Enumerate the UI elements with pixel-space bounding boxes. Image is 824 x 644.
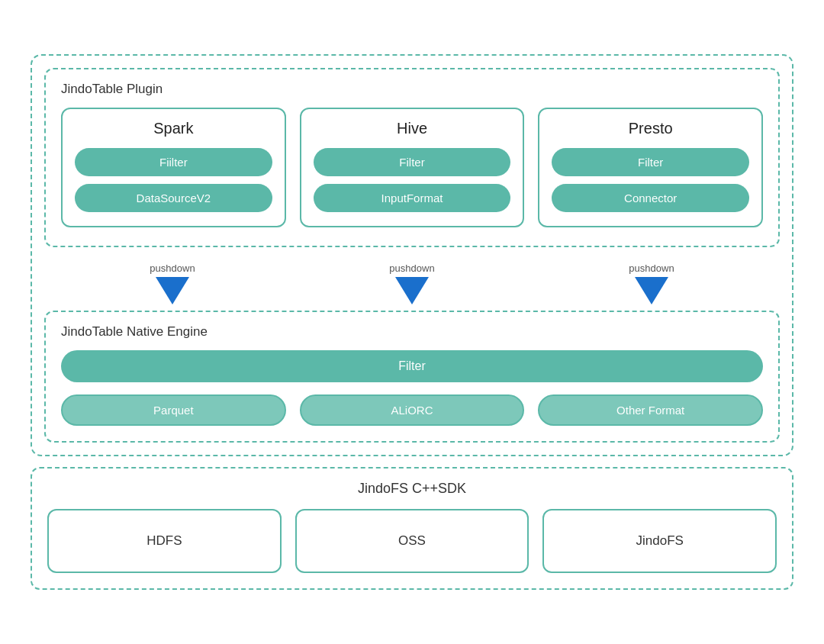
native-label: JindoTable Native Engine bbox=[61, 324, 763, 340]
spark-datasource-btn: DataSourceV2 bbox=[75, 184, 272, 212]
arrows-row: pushdown pushdown pushdown bbox=[44, 258, 780, 311]
plugin-label: JindoTable Plugin bbox=[61, 82, 763, 97]
presto-connector-btn: Connector bbox=[552, 184, 749, 212]
sdk-row: HDFS OSS JindoFS bbox=[47, 509, 777, 573]
pushdown-label-2: pushdown bbox=[389, 262, 434, 274]
other-format-btn: Other Format bbox=[538, 394, 763, 426]
presto-title: Presto bbox=[552, 120, 749, 137]
spark-box: Spark Fiilter DataSourceV2 bbox=[61, 108, 286, 227]
format-row: Parquet ALiORC Other Format bbox=[61, 394, 763, 426]
arrow-down-icon-1 bbox=[156, 277, 189, 304]
diagram: JindoTable Plugin Spark Fiilter DataSour… bbox=[23, 39, 801, 605]
spark-title: Spark bbox=[75, 120, 272, 137]
hive-filter-btn: Filter bbox=[314, 148, 511, 176]
native-section: JindoTable Native Engine Filter Parquet … bbox=[44, 311, 780, 443]
presto-box: Presto Filter Connector bbox=[538, 108, 763, 227]
pushdown-label-3: pushdown bbox=[629, 262, 674, 274]
arrow-down-icon-3 bbox=[635, 277, 668, 304]
hive-box: Hive Filter InputFormat bbox=[300, 108, 525, 227]
hive-inputformat-btn: InputFormat bbox=[314, 184, 511, 212]
engines-row: Spark Fiilter DataSourceV2 Hive Filter I… bbox=[61, 108, 763, 227]
hdfs-box: HDFS bbox=[47, 509, 282, 573]
oss-box: OSS bbox=[295, 509, 529, 573]
top-section: JindoTable Plugin Spark Fiilter DataSour… bbox=[31, 54, 793, 456]
native-filter-bar: Filter bbox=[61, 350, 763, 382]
arrow-spark: pushdown bbox=[60, 258, 285, 311]
arrow-down-icon-2 bbox=[395, 277, 429, 304]
aliorc-btn: ALiORC bbox=[300, 394, 525, 426]
jindofs-box: JindoFS bbox=[542, 509, 777, 573]
parquet-btn: Parquet bbox=[61, 394, 286, 426]
arrow-presto: pushdown bbox=[539, 258, 764, 311]
plugin-section: JindoTable Plugin Spark Fiilter DataSour… bbox=[44, 68, 780, 247]
spark-filter-btn: Fiilter bbox=[75, 148, 272, 176]
arrow-hive: pushdown bbox=[299, 258, 525, 311]
sdk-label: JindoFS C++SDK bbox=[47, 481, 777, 497]
sdk-section: JindoFS C++SDK HDFS OSS JindoFS bbox=[31, 467, 793, 590]
presto-filter-btn: Filter bbox=[552, 148, 749, 176]
hive-title: Hive bbox=[314, 120, 511, 137]
pushdown-label-1: pushdown bbox=[150, 262, 195, 274]
